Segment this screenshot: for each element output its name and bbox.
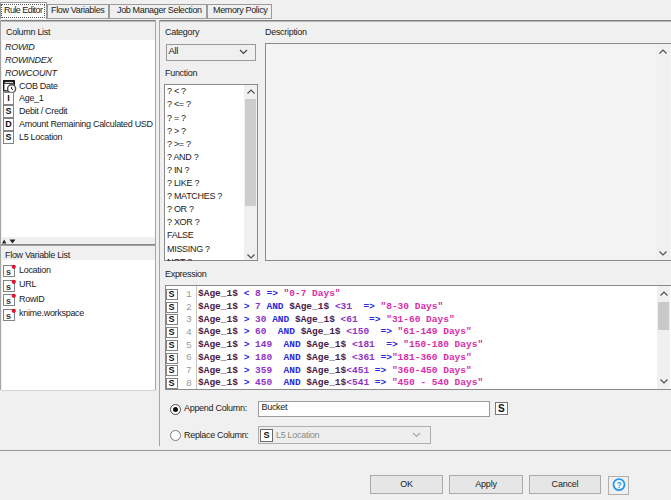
svg-text:?: ? (616, 480, 621, 490)
svg-text:s: s (6, 311, 11, 321)
svg-text:s: s (6, 267, 11, 277)
svg-text:s: s (6, 282, 11, 292)
svg-text:s: s (6, 296, 11, 306)
